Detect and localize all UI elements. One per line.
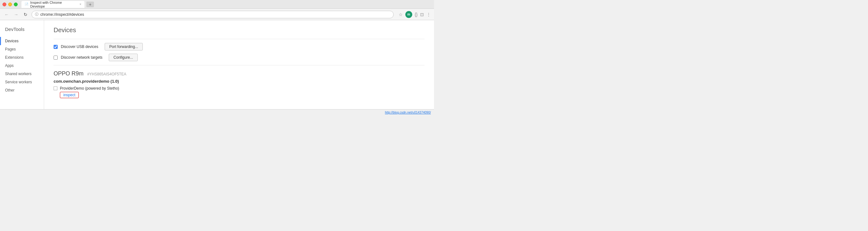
menu-icon[interactable]: ⋮ xyxy=(427,12,431,17)
discover-usb-checkbox[interactable] xyxy=(54,45,58,49)
device-header: OPPO R9m #YHS865AIS4OF5TEA xyxy=(54,70,425,77)
toolbar-right: ☆ m {} ⊡ ⋮ xyxy=(399,11,431,18)
inspect-button[interactable]: inspect xyxy=(60,92,79,98)
browser-toolbar: ← → ↻ ⓘ chrome://inspect/#devices ☆ m {}… xyxy=(0,9,434,20)
sidebar-item-other[interactable]: Other xyxy=(0,86,44,94)
sidebar-title: DevTools xyxy=(0,27,44,37)
refresh-icon: ↻ xyxy=(24,12,27,17)
back-icon: ← xyxy=(4,12,9,17)
extensions-icon[interactable]: {} xyxy=(415,12,417,17)
title-bar: 📄 Inspect with Chrome Develope × + xyxy=(0,0,434,9)
app-checkbox[interactable] xyxy=(54,86,57,90)
sidebar-item-pages[interactable]: Pages xyxy=(0,45,44,53)
new-tab-button[interactable]: + xyxy=(86,2,94,7)
discover-usb-label: Discover USB devices xyxy=(61,45,98,49)
lock-icon: ⓘ xyxy=(35,12,38,17)
back-button[interactable]: ← xyxy=(3,11,10,18)
forward-icon: → xyxy=(14,12,18,17)
app-label: ProviderDemo (powered by Stetho) xyxy=(60,86,119,91)
address-bar[interactable]: ⓘ chrome://inspect/#devices xyxy=(32,11,394,18)
device-id: #YHS865AIS4OF5TEA xyxy=(87,72,126,76)
device-name: OPPO R9m xyxy=(54,70,84,77)
tab-close-button[interactable]: × xyxy=(80,2,81,6)
main-content: DevTools Devices Pages Extensions Apps S… xyxy=(0,20,434,109)
status-url[interactable]: http://blog.csdn.net/u014374090/ xyxy=(385,111,431,114)
star-icon[interactable]: ☆ xyxy=(399,12,403,17)
port-forwarding-button[interactable]: Port forwarding... xyxy=(105,43,143,51)
app-row: ProviderDemo (powered by Stetho) xyxy=(54,86,425,91)
cast-icon: ⊡ xyxy=(420,12,424,17)
discover-network-label: Discover network targets xyxy=(61,55,102,60)
url-text: chrome://inspect/#devices xyxy=(40,12,390,17)
app-name: com.ownchan.providerdemo (1.0) xyxy=(54,79,425,84)
sidebar-item-apps[interactable]: Apps xyxy=(0,61,44,70)
tab-bar: 📄 Inspect with Chrome Develope × + xyxy=(22,1,432,8)
content-area: Devices Discover USB devices Port forwar… xyxy=(44,20,434,109)
page-title: Devices xyxy=(54,27,425,34)
discover-usb-row: Discover USB devices Port forwarding... xyxy=(54,43,425,51)
refresh-button[interactable]: ↻ xyxy=(22,11,29,18)
user-avatar[interactable]: m xyxy=(405,11,412,18)
minimize-button[interactable] xyxy=(8,2,12,6)
forward-button[interactable]: → xyxy=(12,11,20,18)
configure-button[interactable]: Configure... xyxy=(109,54,138,61)
discover-network-row: Discover network targets Configure... xyxy=(54,54,425,61)
sidebar-item-service-workers[interactable]: Service workers xyxy=(0,78,44,86)
maximize-button[interactable] xyxy=(14,2,18,6)
sidebar-item-shared-workers[interactable]: Shared workers xyxy=(0,70,44,78)
sidebar-item-devices[interactable]: Devices xyxy=(0,37,44,45)
divider-top xyxy=(54,39,425,39)
tab-title: Inspect with Chrome Develope xyxy=(30,1,76,8)
divider-device xyxy=(54,65,425,65)
traffic-lights xyxy=(2,2,18,6)
active-tab[interactable]: 📄 Inspect with Chrome Develope × xyxy=(22,1,85,8)
sidebar-item-extensions[interactable]: Extensions xyxy=(0,53,44,61)
discover-network-checkbox[interactable] xyxy=(54,56,58,60)
close-button[interactable] xyxy=(2,2,6,6)
status-bar: http://blog.csdn.net/u014374090/ xyxy=(0,109,434,115)
sidebar: DevTools Devices Pages Extensions Apps S… xyxy=(0,20,44,109)
tab-page-icon: 📄 xyxy=(25,2,28,6)
